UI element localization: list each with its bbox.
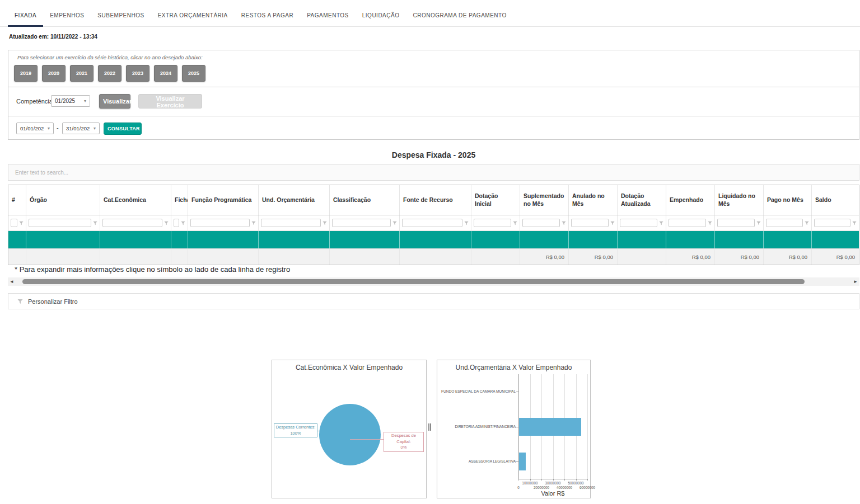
- scroll-right-arrow-icon[interactable]: ►: [852, 277, 859, 286]
- summary-cell-5: [259, 249, 330, 265]
- filter-funnel-icon[interactable]: [805, 221, 809, 225]
- column-header-suplementado-no-mes[interactable]: Suplementado no Mês: [520, 185, 569, 215]
- column-filter-input-9[interactable]: [522, 219, 560, 227]
- selected-row-cell-8: [471, 231, 520, 248]
- column-filter-input-6[interactable]: [332, 219, 391, 227]
- filter-funnel-icon[interactable]: [181, 221, 185, 225]
- column-header-col-0[interactable]: #: [8, 185, 26, 215]
- horizontal-scrollbar[interactable]: ◄ ►: [8, 277, 859, 286]
- filter-funnel-icon[interactable]: [708, 221, 712, 225]
- column-header-empenhado[interactable]: Empenhado: [666, 185, 715, 215]
- chart-splitter-handle[interactable]: [428, 423, 431, 431]
- search-input[interactable]: [8, 164, 859, 180]
- year-button-2023[interactable]: 2023: [126, 65, 149, 82]
- column-filter-input-3[interactable]: [174, 219, 179, 227]
- y-axis-tick: [516, 392, 518, 392]
- pie-label-despesas-capital: Despesas de Capital:0%: [384, 432, 424, 452]
- tab-liquidacao[interactable]: LIQUIDAÇÃO: [356, 2, 406, 26]
- filter-funnel-icon[interactable]: [852, 221, 857, 225]
- column-filter-input-12[interactable]: [669, 219, 706, 227]
- x-tick-label: 50000000: [568, 481, 583, 485]
- column-header-dotacao-inicial[interactable]: Dotação Inicial: [471, 185, 520, 215]
- column-header-classificacao[interactable]: Classificação: [330, 185, 400, 215]
- x-tick-label: 40000000: [557, 486, 572, 489]
- date-from-select[interactable]: 01/01/202 ▾: [16, 123, 54, 134]
- filter-cell-10: [569, 215, 618, 230]
- column-filter-input-5[interactable]: [261, 219, 321, 227]
- summary-cell-10: R$ 0,00: [569, 249, 618, 265]
- grid-header-row: #ÓrgãoCat.EconômicaFichaFunção Programát…: [8, 185, 859, 215]
- personalizar-filtro-bar[interactable]: Personalizar Filtro: [8, 293, 859, 309]
- filter-funnel-icon[interactable]: [562, 221, 566, 225]
- filter-funnel-icon[interactable]: [392, 221, 397, 225]
- summary-cell-6: [330, 249, 400, 265]
- consultar-button[interactable]: CONSULTAR: [104, 123, 142, 135]
- tab-extra-orcamentaria[interactable]: EXTRA ORÇAMENTÁRIA: [151, 2, 235, 26]
- column-filter-input-2[interactable]: [102, 219, 162, 227]
- column-filter-input-15[interactable]: [814, 219, 850, 227]
- selected-row[interactable]: [8, 231, 859, 248]
- filter-funnel-icon[interactable]: [19, 221, 24, 225]
- year-button-2022[interactable]: 2022: [98, 65, 121, 82]
- column-filter-input-7[interactable]: [402, 219, 462, 227]
- column-header-funcao-programatica[interactable]: Função Programática: [188, 185, 259, 215]
- filter-funnel-icon[interactable]: [464, 221, 469, 225]
- visualizar-exercicio-button[interactable]: Visualizar Exercício: [138, 94, 202, 109]
- year-button-2020[interactable]: 2020: [42, 65, 66, 82]
- page: FIXADAEMPENHOSSUBEMPENHOSEXTRA ORÇAMENTÁ…: [0, 0, 860, 504]
- date-to-value: 31/01/202: [66, 125, 90, 131]
- column-filter-input-13[interactable]: [717, 219, 755, 227]
- selected-row-cell-15: [812, 231, 859, 248]
- column-header-saldo[interactable]: Saldo: [812, 185, 859, 215]
- filter-funnel-icon[interactable]: [756, 221, 761, 225]
- column-header-und-orcamentaria[interactable]: Und. Orçamentária: [259, 185, 330, 215]
- visualizar-button[interactable]: Visualizar: [99, 94, 130, 109]
- scroll-left-arrow-icon[interactable]: ◄: [8, 277, 16, 286]
- competencia-select[interactable]: 01/2025 ▾: [51, 95, 90, 107]
- year-button-2024[interactable]: 2024: [154, 65, 177, 82]
- tab-fixada[interactable]: FIXADA: [8, 2, 43, 26]
- column-header-cat-economica[interactable]: Cat.Econômica: [100, 185, 171, 215]
- filter-funnel-icon[interactable]: [251, 221, 256, 225]
- column-filter-input-4[interactable]: [190, 219, 250, 227]
- scrollbar-thumb[interactable]: [22, 279, 805, 284]
- tab-empenhos[interactable]: EMPENHOS: [43, 2, 91, 26]
- column-header-anulado-no-mes[interactable]: Anulado no Mês: [569, 185, 618, 215]
- column-header-ficha[interactable]: Ficha: [171, 185, 188, 215]
- chevron-down-icon: ▾: [94, 126, 96, 131]
- filter-funnel-icon[interactable]: [164, 221, 169, 225]
- column-filter-input-11[interactable]: [620, 219, 657, 227]
- x-tick-label: 10000000: [522, 481, 538, 485]
- tab-restos-a-pagar[interactable]: RESTOS A PAGAR: [235, 2, 300, 26]
- tab-pagamentos[interactable]: PAGAMENTOS: [300, 2, 356, 26]
- column-filter-input-1[interactable]: [29, 219, 91, 227]
- selected-row-cell-7: [400, 231, 471, 248]
- summary-cell-1: [26, 249, 100, 265]
- column-filter-input-8[interactable]: [474, 219, 511, 227]
- tab-subempenhos[interactable]: SUBEMPENHOS: [91, 2, 151, 26]
- filter-funnel-icon[interactable]: [322, 221, 327, 225]
- selected-row-cell-6: [330, 231, 400, 248]
- column-header-dotacao-atualizada[interactable]: Dotação Atualizada: [618, 185, 666, 215]
- x-axis-tick: [518, 479, 519, 481]
- pie-chart-panel: Cat.Econômica X Valor Empenhado Despesas…: [272, 360, 427, 498]
- filter-funnel-icon[interactable]: [659, 221, 663, 225]
- column-filter-input-0[interactable]: [11, 219, 17, 227]
- year-button-2021[interactable]: 2021: [70, 65, 94, 82]
- column-header-pago-no-mes[interactable]: Pago no Mês: [764, 185, 812, 215]
- column-filter-input-14[interactable]: [766, 219, 803, 227]
- date-to-select[interactable]: 31/01/202 ▾: [62, 123, 100, 134]
- column-header-orgao[interactable]: Órgão: [26, 185, 100, 215]
- column-filter-input-10[interactable]: [571, 219, 609, 227]
- filter-funnel-icon[interactable]: [93, 221, 97, 225]
- filter-funnel-icon[interactable]: [513, 221, 517, 225]
- year-button-2025[interactable]: 2025: [182, 65, 205, 82]
- selected-row-cell-10: [569, 231, 618, 248]
- year-button-2019[interactable]: 2019: [14, 65, 38, 82]
- chevron-down-icon: ▾: [84, 98, 86, 103]
- bar-xaxis-label: Valor R$: [518, 490, 587, 497]
- tab-cronograma-de-pagamento[interactable]: CRONOGRAMA DE PAGAMENTO: [406, 2, 513, 26]
- column-header-liquidado-no-mes[interactable]: Liquidado no Mês: [715, 185, 764, 215]
- column-header-fonte-de-recurso[interactable]: Fonte de Recurso: [400, 185, 471, 215]
- filter-funnel-icon[interactable]: [610, 221, 615, 225]
